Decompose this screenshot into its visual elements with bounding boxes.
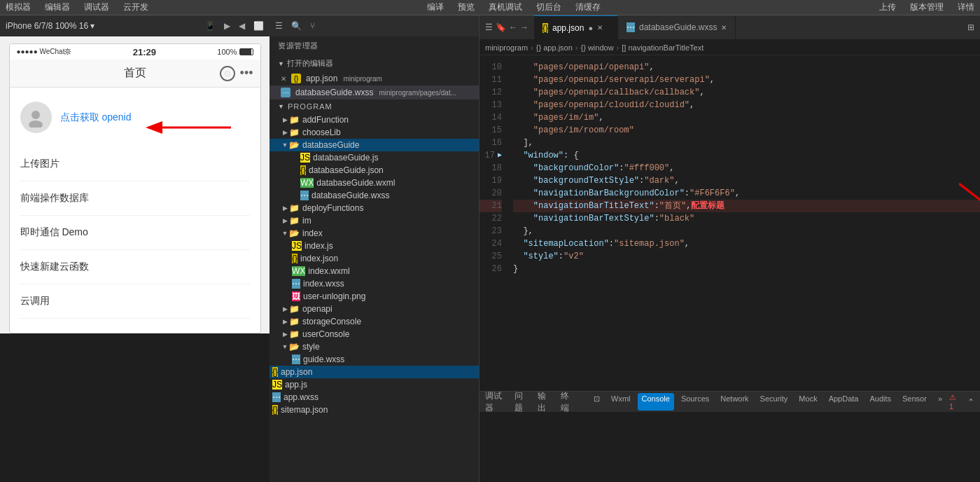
- file-name: index.json: [300, 254, 338, 263]
- tree-folder-openapi[interactable]: ▶ 📁 openapi: [270, 303, 479, 315]
- tree-file-databaseguide-js[interactable]: JS databaseGuide.js: [270, 151, 479, 164]
- folder-name: index: [302, 228, 323, 238]
- tree-file-index-js[interactable]: JS index.js: [270, 240, 479, 252]
- open-file-wxss[interactable]: ⋯ databaseGuide.wxss miniprogram/pages/d…: [270, 85, 479, 99]
- phone-menu-upload[interactable]: 上传图片: [20, 147, 250, 181]
- devtools-tab-wxml[interactable]: Wxml: [607, 393, 635, 411]
- editor-forward-icon[interactable]: →: [520, 22, 528, 32]
- editor-tab-bar: ☰ 🔖 ← → {} app.json ● ✕ ⋯ databaseGuide.…: [479, 15, 980, 40]
- code-content[interactable]: "pages/openapi/openapi", "pages/openapi/…: [507, 55, 980, 391]
- open-editors-list: ✕ {} app.json miniprogram ⋯ databaseGuid…: [270, 71, 479, 99]
- breadcrumb-window[interactable]: {} window: [580, 43, 613, 52]
- devtools-tab-console[interactable]: Console: [638, 393, 674, 411]
- bottom-collapse-icon[interactable]: ⌃: [967, 397, 974, 407]
- phone-menu-im[interactable]: 即时通信 Demo: [20, 216, 250, 250]
- file-name: index.js: [304, 241, 333, 251]
- program-section-header[interactable]: ▼ PROGRAM: [270, 99, 479, 113]
- tree-folder-addfunction[interactable]: ▶ 📁 addFunction: [270, 113, 479, 126]
- editor-bookmark-icon[interactable]: 🔖: [496, 22, 506, 32]
- menu-upload[interactable]: 上传: [879, 1, 896, 13]
- tree-folder-style[interactable]: ▼ 📂 style: [270, 340, 479, 353]
- tree-folder-deployfunctions[interactable]: ▶ 📁 deployFunctions: [270, 202, 479, 214]
- split-editor-icon[interactable]: ⊞: [967, 22, 974, 32]
- phone-menu-cloudfn[interactable]: 快速新建云函数: [20, 250, 250, 284]
- devtools-tab-audits[interactable]: Audits: [865, 393, 895, 411]
- tree-folder-im[interactable]: ▶ 📁 im: [270, 214, 479, 227]
- phone-nav-record[interactable]: ⊙: [220, 66, 235, 81]
- phone-menu-database[interactable]: 前端操作数据库: [20, 181, 250, 216]
- menu-debugger[interactable]: 调试器: [84, 1, 109, 13]
- devtools-tabs: ⊡ Wxml Console Sources Network Security …: [589, 393, 956, 411]
- tab-close-wxss[interactable]: ✕: [721, 24, 727, 32]
- tree-folder-storageconsole[interactable]: ▶ 📁 storageConsole: [270, 315, 479, 328]
- folder-name: addFunction: [302, 115, 349, 125]
- tree-folder-index[interactable]: ▼ 📂 index: [270, 227, 479, 240]
- editor-menu-icon[interactable]: ☰: [485, 22, 493, 32]
- rotate-icon[interactable]: ⬜: [253, 21, 264, 31]
- menu-real-device[interactable]: 真机调试: [489, 1, 522, 13]
- png-file-icon: 🖼: [292, 291, 300, 301]
- breadcrumb-miniprogram[interactable]: miniprogram: [485, 43, 528, 52]
- tree-folder-chooselib[interactable]: ▶ 📁 chooseLib: [270, 126, 479, 139]
- tab-appjson[interactable]: {} app.json ● ✕: [534, 15, 618, 39]
- wxml-file-icon: WX: [300, 178, 314, 188]
- devtools-more[interactable]: »: [934, 393, 946, 411]
- menu-version[interactable]: 版本管理: [910, 1, 944, 13]
- js-file-icon: JS: [300, 153, 310, 163]
- tab-close-button[interactable]: ✕: [597, 24, 603, 32]
- tree-file-user-unlogin[interactable]: 🖼 user-unlogin.png: [270, 290, 479, 303]
- tree-folder-userconsole[interactable]: ▶ 📁 userConsole: [270, 328, 479, 340]
- phone-user-row: 点击获取 openid: [20, 102, 250, 133]
- tree-file-databaseguide-wxss[interactable]: ⋯ databaseGuide.wxss: [270, 189, 479, 202]
- tree-file-appwxss[interactable]: ⋯ app.wxss: [270, 391, 479, 404]
- tree-file-databaseguide-json[interactable]: {} databaseGuide.json: [270, 164, 479, 177]
- breadcrumb-navtitletext[interactable]: [] navigationBarTitleText: [622, 43, 704, 52]
- editor-panel: ☰ 🔖 ← → {} app.json ● ✕ ⋯ databaseGuide.…: [479, 15, 980, 482]
- menu-editor[interactable]: 编辑器: [45, 1, 70, 13]
- explorer-header: 资源管理器: [270, 36, 479, 55]
- tree-file-index-wxml[interactable]: WX index.wxml: [270, 265, 479, 277]
- tab-databaseguide-wxss[interactable]: ⋯ databaseGuide.wxss ✕: [618, 15, 736, 39]
- open-file-appjson[interactable]: ✕ {} app.json miniprogram: [270, 71, 479, 85]
- back-icon[interactable]: ◀: [239, 21, 245, 31]
- menu-preview[interactable]: 预览: [458, 1, 475, 13]
- tree-file-sitemapjson[interactable]: {} sitemap.json: [270, 404, 479, 416]
- wxss-icon: ⋯: [281, 88, 290, 97]
- tree-folder-databaseguide[interactable]: ▼ 📂 databaseGuide: [270, 139, 479, 151]
- explorer-branch-icon[interactable]: ⑂: [310, 21, 315, 31]
- devtools-tab-appdata[interactable]: AppData: [825, 393, 863, 411]
- explorer-panel: ☰ 🔍 ⑂ 资源管理器 ▼ 打开的编辑器 ✕ {} app.json minip…: [270, 15, 479, 482]
- wxss-file-icon: ⋯: [300, 191, 309, 200]
- tree-file-appjs[interactable]: JS app.js: [270, 378, 479, 391]
- explorer-list-icon[interactable]: ☰: [275, 21, 283, 31]
- devtools-warning: ⚠ 1: [949, 393, 956, 411]
- explorer-search-icon[interactable]: 🔍: [291, 21, 302, 31]
- devtools-icon-inspect[interactable]: ⊡: [589, 393, 604, 411]
- tree-file-databaseguide-wxml[interactable]: WX databaseGuide.wxml: [270, 177, 479, 189]
- menu-simulator[interactable]: 模拟器: [6, 1, 31, 13]
- play-icon[interactable]: ▶: [224, 21, 230, 31]
- close-icon[interactable]: ✕: [281, 75, 286, 83]
- devtools-tab-security[interactable]: Security: [756, 393, 792, 411]
- tree-file-index-json[interactable]: {} index.json: [270, 252, 479, 265]
- open-editors-toggle[interactable]: ▼ 打开的编辑器: [270, 55, 479, 71]
- devtools-tab-sensor[interactable]: Sensor: [898, 393, 931, 411]
- phone-model-select[interactable]: iPhone 6/7/8 100% 16 ▾: [6, 21, 94, 31]
- phone-nav-more[interactable]: •••: [240, 66, 253, 81]
- menu-background[interactable]: 切后台: [536, 1, 561, 13]
- devtools-tab-mock[interactable]: Mock: [794, 393, 821, 411]
- menu-clear-cache[interactable]: 清缓存: [575, 1, 601, 13]
- devtools-tab-sources[interactable]: Sources: [677, 393, 713, 411]
- tree-file-guide-wxss[interactable]: ⋯ guide.wxss: [270, 353, 479, 366]
- menu-compile[interactable]: 编译: [427, 1, 444, 13]
- tree-file-appjson[interactable]: {} app.json: [270, 366, 479, 378]
- code-line-13: "pages/openapi/cloudid/cloudid",: [513, 99, 980, 111]
- phone-openid-button[interactable]: 点击获取 openid: [60, 111, 132, 124]
- tree-file-index-wxss[interactable]: ⋯ index.wxss: [270, 277, 479, 290]
- devtools-tab-network[interactable]: Network: [716, 393, 752, 411]
- editor-back-icon[interactable]: ←: [509, 22, 517, 32]
- breadcrumb-appjson[interactable]: {} app.json: [536, 43, 573, 52]
- menu-cloud[interactable]: 云开发: [123, 1, 148, 13]
- phone-menu-cloudcall[interactable]: 云调用: [20, 284, 250, 319]
- menu-details[interactable]: 详情: [958, 1, 974, 13]
